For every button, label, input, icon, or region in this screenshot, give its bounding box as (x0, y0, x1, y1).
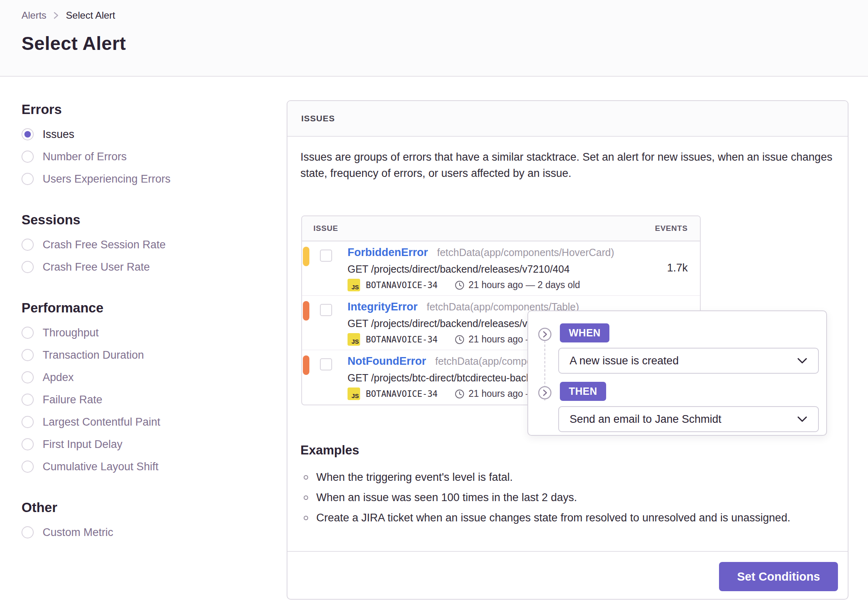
issue-checkbox[interactable] (320, 304, 332, 316)
radio-option-transaction-duration[interactable]: Transaction Duration (22, 347, 265, 363)
group-heading-sessions: Sessions (22, 212, 265, 228)
issue-title-link[interactable]: IntegrityError (348, 301, 418, 313)
group-heading-errors: Errors (22, 101, 265, 118)
option-label: Users Experiencing Errors (43, 173, 171, 185)
alert-builder-card: WHEN A new issue is created THEN Send an… (527, 310, 827, 436)
example-item: Create a JIRA ticket when an issue chang… (304, 508, 790, 528)
radio-option-crash-free-session-rate[interactable]: Crash Free Session Rate (22, 237, 265, 252)
radio-option-throughput[interactable]: Throughput (22, 325, 265, 340)
breadcrumb-current: Select Alert (66, 10, 115, 21)
radio-option-issues[interactable]: Issues (22, 127, 265, 142)
example-item: When an issue was seen 100 times in the … (304, 487, 790, 508)
radio-icon[interactable] (22, 261, 34, 273)
table-row-forbiddenerror: ForbiddenError fetchData(app/components/… (302, 241, 700, 296)
issue-level-indicator (303, 247, 309, 266)
panel-title: ISSUES (301, 114, 335, 123)
option-label: Transaction Duration (43, 349, 144, 362)
radio-option-first-input-delay[interactable]: First Input Delay (22, 437, 265, 452)
set-conditions-button[interactable]: Set Conditions (719, 562, 838, 591)
chevron-right-circle-icon (538, 386, 552, 400)
page-title: Select Alert (22, 32, 126, 54)
issue-title-link[interactable]: ForbiddenError (348, 246, 428, 258)
group-errors: Errors Issues Number of Errors Users Exp… (22, 101, 265, 187)
radio-option-failure-rate[interactable]: Failure Rate (22, 392, 265, 407)
group-heading-performance: Performance (22, 300, 265, 316)
examples-list: When the triggering event's level is fat… (304, 467, 790, 528)
then-badge: THEN (560, 382, 606, 401)
bullet-icon (304, 495, 308, 500)
radio-icon[interactable] (22, 239, 34, 251)
radio-icon[interactable] (22, 438, 34, 450)
javascript-platform-icon: JS (348, 387, 360, 400)
option-label: First Input Delay (43, 438, 123, 451)
option-label: Throughput (43, 327, 99, 339)
radio-icon[interactable] (22, 371, 34, 383)
clock-icon (455, 389, 464, 399)
issue-checkbox[interactable] (320, 250, 332, 262)
when-condition-select[interactable]: A new issue is created (558, 348, 819, 374)
breadcrumb: Alerts Select Alert (22, 10, 115, 21)
issue-transaction: GET /projects/direct/backend/releases/v7… (348, 263, 632, 275)
option-label: Issues (43, 128, 74, 141)
option-label: Failure Rate (43, 394, 102, 406)
issue-culprit: fetchData(app/components/HoverCard) (437, 247, 614, 258)
issue-events-count: 1.7k (667, 262, 688, 274)
radio-icon[interactable] (22, 151, 34, 163)
group-performance: Performance Throughput Transaction Durat… (22, 300, 265, 474)
radio-icon[interactable] (22, 526, 34, 538)
issue-short-id: BOTANAVOICE-34 (366, 280, 438, 290)
issues-panel: ISSUES Issues are groups of errors that … (287, 100, 849, 600)
alert-type-sidebar: Errors Issues Number of Errors Users Exp… (22, 101, 265, 565)
panel-footer: Set Conditions (287, 551, 848, 600)
chevron-down-icon (797, 357, 808, 364)
option-label: Custom Metric (43, 526, 113, 539)
radio-option-cumulative-layout-shift[interactable]: Cumulative Layout Shift (22, 459, 265, 474)
clock-icon (455, 335, 464, 344)
radio-icon[interactable] (22, 461, 34, 473)
option-label: Cumulative Layout Shift (43, 461, 158, 473)
issue-short-id: BOTANAVOICE-34 (366, 335, 438, 344)
issue-level-indicator (303, 355, 309, 375)
radio-option-custom-metric[interactable]: Custom Metric (22, 525, 265, 540)
chevron-down-icon (797, 416, 808, 422)
radio-selected-icon[interactable] (22, 128, 34, 140)
examples-heading: Examples (300, 443, 359, 458)
example-text: Create a JIRA ticket when an issue chang… (316, 512, 790, 524)
group-other: Other Custom Metric (22, 499, 265, 540)
radio-option-crash-free-user-rate[interactable]: Crash Free User Rate (22, 259, 265, 275)
bullet-icon (304, 475, 308, 480)
radio-icon[interactable] (22, 327, 34, 339)
when-condition-value: A new issue is created (570, 355, 679, 367)
issue-level-indicator (303, 301, 309, 321)
issue-checkbox[interactable] (320, 358, 332, 370)
issues-panel-header: ISSUES (287, 101, 848, 137)
option-label: Crash Free Session Rate (43, 239, 166, 251)
radio-icon[interactable] (22, 394, 34, 406)
issues-description: Issues are groups of errors that have a … (300, 149, 836, 181)
javascript-platform-icon: JS (348, 279, 360, 291)
bullet-icon (304, 516, 308, 520)
radio-icon[interactable] (22, 416, 34, 428)
then-action-select[interactable]: Send an email to Jane Schmidt (558, 406, 819, 432)
example-text: When an issue was seen 100 times in the … (316, 491, 577, 504)
issue-title-link[interactable]: NotFoundError (348, 355, 426, 367)
chevron-right-icon (53, 11, 59, 20)
option-label: Number of Errors (43, 151, 127, 163)
radio-icon[interactable] (22, 349, 34, 361)
chevron-right-circle-icon (538, 327, 552, 341)
breadcrumb-link-alerts[interactable]: Alerts (22, 10, 46, 21)
radio-option-largest-contentful-paint[interactable]: Largest Contentful Paint (22, 414, 265, 430)
clock-icon (455, 280, 464, 290)
example-item: When the triggering event's level is fat… (304, 467, 790, 487)
group-heading-other: Other (22, 499, 265, 516)
radio-option-users-experiencing-errors[interactable]: Users Experiencing Errors (22, 171, 265, 187)
then-action-value: Send an email to Jane Schmidt (570, 413, 721, 426)
radio-option-number-of-errors[interactable]: Number of Errors (22, 149, 265, 164)
issue-short-id: BOTANAVOICE-34 (366, 389, 438, 399)
radio-icon[interactable] (22, 173, 34, 185)
radio-option-apdex[interactable]: Apdex (22, 370, 265, 385)
column-header-issue: ISSUE (313, 224, 338, 233)
javascript-platform-icon: JS (348, 333, 360, 346)
issues-table-header: ISSUE EVENTS (302, 216, 700, 241)
option-label: Largest Contentful Paint (43, 416, 160, 428)
